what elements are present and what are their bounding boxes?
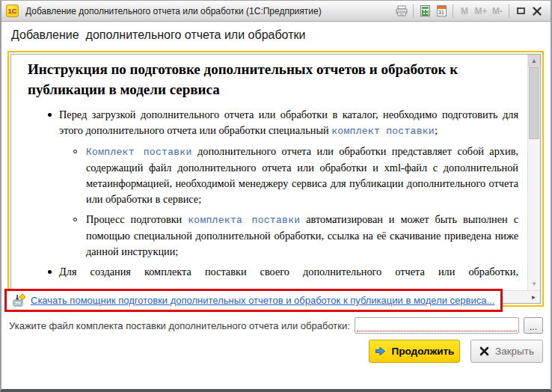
close-icon[interactable]: [529, 4, 545, 19]
memory-button[interactable]: M: [456, 4, 473, 19]
bullet-icon: [73, 218, 77, 221]
dialog-window: 1С Добавление дополнительного отчета или…: [0, 0, 552, 392]
titlebar: 1С Добавление дополнительного отчета или…: [1, 1, 551, 22]
bullet-icon: [48, 270, 52, 274]
memory-minus-button[interactable]: M-: [489, 4, 506, 19]
list-item-text: Комплект поставки дополнительного отчета…: [86, 145, 518, 205]
titlebar-buttons: 31 M M+ M-: [393, 4, 551, 19]
separator: [453, 4, 453, 18]
list-item: Перед загрузкой дополнительного отчета и…: [28, 107, 518, 139]
calendar-icon[interactable]: 31: [433, 4, 450, 19]
list-item: Для создания комплекта поставки своего д…: [28, 264, 518, 280]
calculator-icon[interactable]: [417, 4, 433, 19]
window-title: Добавление дополнительного отчета или об…: [25, 6, 393, 16]
bullet-icon: [48, 113, 52, 117]
bullet-icon: [73, 150, 77, 153]
separator: [509, 4, 509, 18]
continue-button[interactable]: Продолжить: [369, 340, 460, 363]
instruction-document: Инструкция по подготовке дополнительных …: [11, 55, 527, 290]
vertical-scrollbar[interactable]: ▲ ▼: [527, 55, 540, 290]
download-highlight-box: Скачать помощник подготовки дополнительн…: [4, 289, 503, 312]
separator: [413, 4, 414, 18]
memory-plus-button[interactable]: M+: [473, 4, 489, 19]
close-x-icon: [479, 346, 489, 356]
inline-link[interactable]: комплекта поставки: [188, 215, 300, 226]
supply-file-field: [355, 317, 519, 334]
scroll-right-icon[interactable]: ►: [527, 291, 540, 303]
download-helper-link[interactable]: Скачать помощник подготовки дополнительн…: [31, 295, 494, 306]
inline-link[interactable]: комплект поставки: [331, 126, 435, 137]
list-item-text: Для создания комплекта поставки своего д…: [59, 266, 518, 278]
arrow-right-icon: [375, 346, 386, 356]
continue-label: Продолжить: [392, 346, 455, 357]
list-item-text: Перед загрузкой дополнительного отчета и…: [59, 108, 518, 136]
list-item: Комплект поставки дополнительного отчета…: [28, 144, 518, 207]
maximize-icon[interactable]: [512, 4, 529, 19]
browse-button[interactable]: ...: [524, 317, 543, 334]
inline-link[interactable]: Комплект поставки: [86, 147, 192, 158]
scroll-down-icon[interactable]: ▼: [528, 278, 540, 290]
vertical-scroll-thumb[interactable]: [529, 67, 539, 139]
file-picker-label: Укажите файл комплекта поставки дополнит…: [9, 320, 350, 331]
scroll-up-icon[interactable]: ▲: [528, 55, 540, 67]
instruction-heading: Инструкция по подготовке дополнительных …: [28, 59, 518, 99]
print-icon[interactable]: [393, 4, 410, 19]
instruction-frame: Инструкция по подготовке дополнительных …: [10, 54, 541, 304]
page-title: Добавление дополнительного отчета или об…: [11, 28, 305, 42]
download-icon: [13, 294, 25, 307]
supply-file-input[interactable]: [357, 319, 517, 330]
list-item: Процесс подготовки комплекта поставки ав…: [28, 212, 518, 260]
list-item-text: Процесс подготовки комплекта поставки ав…: [86, 213, 518, 257]
instruction-panel: Инструкция по подготовке дополнительных …: [7, 51, 544, 307]
action-buttons: Продолжить Закрыть: [369, 340, 543, 363]
file-picker-row: Укажите файл комплекта поставки дополнит…: [9, 316, 543, 334]
1c-logo-icon: 1С: [6, 4, 19, 17]
close-button[interactable]: Закрыть: [470, 340, 543, 363]
close-label: Закрыть: [495, 346, 534, 357]
